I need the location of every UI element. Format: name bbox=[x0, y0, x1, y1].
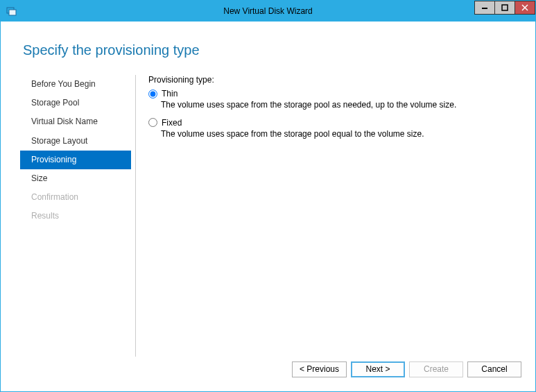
radio-fixed-description: The volume uses space from the storage p… bbox=[161, 129, 516, 140]
step-virtual-disk-name[interactable]: Virtual Disk Name bbox=[20, 112, 131, 131]
radio-fixed[interactable] bbox=[148, 118, 157, 127]
footer-buttons: < Previous Next > Create Cancel bbox=[1, 357, 535, 391]
step-size[interactable]: Size bbox=[20, 169, 131, 188]
minimize-button[interactable] bbox=[474, 1, 495, 15]
create-button: Create bbox=[409, 361, 463, 377]
vertical-divider bbox=[135, 75, 136, 357]
provisioning-type-label: Provisioning type: bbox=[148, 75, 516, 85]
radio-fixed-row[interactable]: Fixed bbox=[148, 118, 516, 128]
main-panel: Provisioning type: Thin The volume uses … bbox=[148, 75, 516, 357]
svg-rect-3 bbox=[502, 5, 508, 10]
step-confirmation: Confirmation bbox=[20, 188, 131, 207]
steps-sidebar: Before You Begin Storage Pool Virtual Di… bbox=[20, 75, 131, 357]
content-area: Specify the provisioning type Before You… bbox=[1, 22, 535, 357]
maximize-button[interactable] bbox=[494, 1, 515, 15]
next-button[interactable]: Next > bbox=[351, 361, 405, 377]
cancel-button[interactable]: Cancel bbox=[467, 361, 521, 377]
radio-thin-row[interactable]: Thin bbox=[148, 89, 516, 99]
radio-thin-description: The volume uses space from the storage p… bbox=[161, 100, 516, 111]
body-area: Before You Begin Storage Pool Virtual Di… bbox=[20, 75, 516, 357]
svg-rect-2 bbox=[482, 8, 487, 9]
step-results: Results bbox=[20, 207, 131, 225]
close-button[interactable] bbox=[515, 1, 535, 15]
step-before-you-begin[interactable]: Before You Begin bbox=[20, 75, 131, 94]
radio-fixed-label: Fixed bbox=[162, 118, 182, 128]
step-storage-pool[interactable]: Storage Pool bbox=[20, 94, 131, 112]
step-provisioning[interactable]: Provisioning bbox=[20, 151, 131, 169]
app-icon bbox=[6, 6, 17, 17]
radio-thin-label: Thin bbox=[162, 89, 178, 99]
titlebar: New Virtual Disk Wizard bbox=[1, 1, 535, 22]
wizard-window: New Virtual Disk Wizard Specify the prov… bbox=[0, 0, 536, 392]
radio-thin[interactable] bbox=[148, 90, 157, 99]
svg-rect-1 bbox=[9, 10, 16, 15]
window-title: New Virtual Disk Wizard bbox=[1, 6, 535, 16]
page-title: Specify the provisioning type bbox=[23, 42, 516, 58]
previous-button[interactable]: < Previous bbox=[292, 361, 347, 377]
window-controls bbox=[475, 1, 535, 15]
step-storage-layout[interactable]: Storage Layout bbox=[20, 132, 131, 151]
